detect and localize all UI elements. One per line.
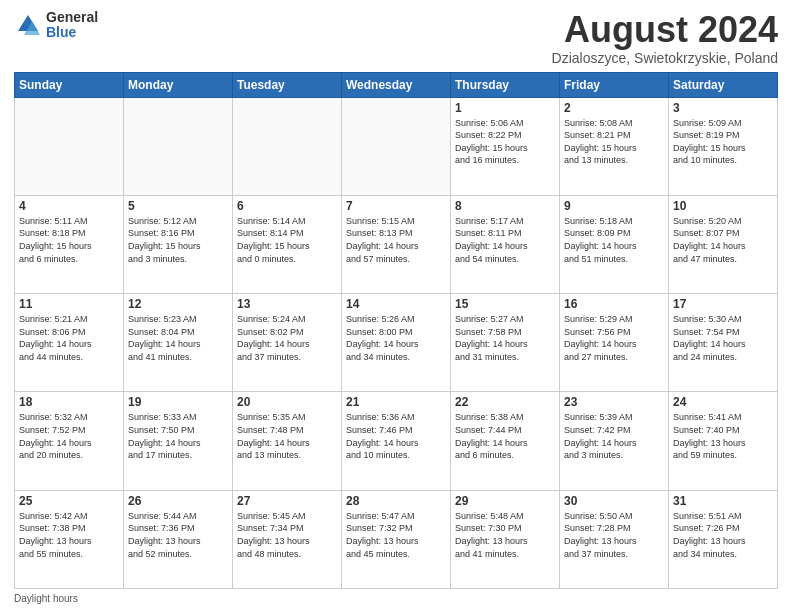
calendar-cell-w5-d1: 25Sunrise: 5:42 AM Sunset: 7:38 PM Dayli… xyxy=(15,490,124,588)
day-number-8: 8 xyxy=(455,199,555,213)
col-friday: Friday xyxy=(560,72,669,97)
logo-blue-text: Blue xyxy=(46,25,98,40)
calendar-cell-w3-d3: 13Sunrise: 5:24 AM Sunset: 8:02 PM Dayli… xyxy=(233,294,342,392)
calendar-cell-w2-d3: 6Sunrise: 5:14 AM Sunset: 8:14 PM Daylig… xyxy=(233,195,342,293)
calendar-cell-w5-d2: 26Sunrise: 5:44 AM Sunset: 7:36 PM Dayli… xyxy=(124,490,233,588)
day-info-13: Sunrise: 5:24 AM Sunset: 8:02 PM Dayligh… xyxy=(237,313,337,363)
day-number-5: 5 xyxy=(128,199,228,213)
day-number-18: 18 xyxy=(19,395,119,409)
calendar-cell-w1-d1 xyxy=(15,97,124,195)
location-title: Dzialoszyce, Swietokrzyskie, Poland xyxy=(552,50,778,66)
day-info-25: Sunrise: 5:42 AM Sunset: 7:38 PM Dayligh… xyxy=(19,510,119,560)
month-title: August 2024 xyxy=(552,10,778,50)
day-info-8: Sunrise: 5:17 AM Sunset: 8:11 PM Dayligh… xyxy=(455,215,555,265)
calendar-cell-w3-d6: 16Sunrise: 5:29 AM Sunset: 7:56 PM Dayli… xyxy=(560,294,669,392)
day-info-29: Sunrise: 5:48 AM Sunset: 7:30 PM Dayligh… xyxy=(455,510,555,560)
calendar-cell-w2-d6: 9Sunrise: 5:18 AM Sunset: 8:09 PM Daylig… xyxy=(560,195,669,293)
day-info-16: Sunrise: 5:29 AM Sunset: 7:56 PM Dayligh… xyxy=(564,313,664,363)
day-number-25: 25 xyxy=(19,494,119,508)
calendar-cell-w1-d6: 2Sunrise: 5:08 AM Sunset: 8:21 PM Daylig… xyxy=(560,97,669,195)
calendar-week-5: 25Sunrise: 5:42 AM Sunset: 7:38 PM Dayli… xyxy=(15,490,778,588)
day-info-23: Sunrise: 5:39 AM Sunset: 7:42 PM Dayligh… xyxy=(564,411,664,461)
day-info-30: Sunrise: 5:50 AM Sunset: 7:28 PM Dayligh… xyxy=(564,510,664,560)
day-number-9: 9 xyxy=(564,199,664,213)
day-number-10: 10 xyxy=(673,199,773,213)
calendar-cell-w2-d4: 7Sunrise: 5:15 AM Sunset: 8:13 PM Daylig… xyxy=(342,195,451,293)
day-info-17: Sunrise: 5:30 AM Sunset: 7:54 PM Dayligh… xyxy=(673,313,773,363)
day-number-1: 1 xyxy=(455,101,555,115)
day-number-16: 16 xyxy=(564,297,664,311)
day-number-2: 2 xyxy=(564,101,664,115)
calendar-cell-w4-d6: 23Sunrise: 5:39 AM Sunset: 7:42 PM Dayli… xyxy=(560,392,669,490)
day-number-19: 19 xyxy=(128,395,228,409)
calendar-table: Sunday Monday Tuesday Wednesday Thursday… xyxy=(14,72,778,589)
col-monday: Monday xyxy=(124,72,233,97)
calendar-cell-w5-d6: 30Sunrise: 5:50 AM Sunset: 7:28 PM Dayli… xyxy=(560,490,669,588)
logo: General Blue xyxy=(14,10,98,41)
logo-text: General Blue xyxy=(46,10,98,41)
day-info-15: Sunrise: 5:27 AM Sunset: 7:58 PM Dayligh… xyxy=(455,313,555,363)
day-info-21: Sunrise: 5:36 AM Sunset: 7:46 PM Dayligh… xyxy=(346,411,446,461)
day-info-22: Sunrise: 5:38 AM Sunset: 7:44 PM Dayligh… xyxy=(455,411,555,461)
calendar-cell-w1-d4 xyxy=(342,97,451,195)
day-info-19: Sunrise: 5:33 AM Sunset: 7:50 PM Dayligh… xyxy=(128,411,228,461)
calendar-cell-w2-d7: 10Sunrise: 5:20 AM Sunset: 8:07 PM Dayli… xyxy=(669,195,778,293)
calendar-cell-w5-d4: 28Sunrise: 5:47 AM Sunset: 7:32 PM Dayli… xyxy=(342,490,451,588)
day-info-14: Sunrise: 5:26 AM Sunset: 8:00 PM Dayligh… xyxy=(346,313,446,363)
calendar-cell-w4-d1: 18Sunrise: 5:32 AM Sunset: 7:52 PM Dayli… xyxy=(15,392,124,490)
day-info-20: Sunrise: 5:35 AM Sunset: 7:48 PM Dayligh… xyxy=(237,411,337,461)
calendar-cell-w3-d7: 17Sunrise: 5:30 AM Sunset: 7:54 PM Dayli… xyxy=(669,294,778,392)
day-info-3: Sunrise: 5:09 AM Sunset: 8:19 PM Dayligh… xyxy=(673,117,773,167)
day-info-5: Sunrise: 5:12 AM Sunset: 8:16 PM Dayligh… xyxy=(128,215,228,265)
day-info-2: Sunrise: 5:08 AM Sunset: 8:21 PM Dayligh… xyxy=(564,117,664,167)
calendar-header-row: Sunday Monday Tuesday Wednesday Thursday… xyxy=(15,72,778,97)
day-number-15: 15 xyxy=(455,297,555,311)
day-info-10: Sunrise: 5:20 AM Sunset: 8:07 PM Dayligh… xyxy=(673,215,773,265)
calendar-cell-w4-d4: 21Sunrise: 5:36 AM Sunset: 7:46 PM Dayli… xyxy=(342,392,451,490)
day-number-20: 20 xyxy=(237,395,337,409)
day-number-6: 6 xyxy=(237,199,337,213)
calendar-cell-w3-d2: 12Sunrise: 5:23 AM Sunset: 8:04 PM Dayli… xyxy=(124,294,233,392)
calendar-week-1: 1Sunrise: 5:06 AM Sunset: 8:22 PM Daylig… xyxy=(15,97,778,195)
day-info-4: Sunrise: 5:11 AM Sunset: 8:18 PM Dayligh… xyxy=(19,215,119,265)
day-number-27: 27 xyxy=(237,494,337,508)
title-section: August 2024 Dzialoszyce, Swietokrzyskie,… xyxy=(552,10,778,66)
footer-note: Daylight hours xyxy=(14,593,778,604)
calendar-cell-w1-d7: 3Sunrise: 5:09 AM Sunset: 8:19 PM Daylig… xyxy=(669,97,778,195)
calendar-cell-w1-d3 xyxy=(233,97,342,195)
day-info-11: Sunrise: 5:21 AM Sunset: 8:06 PM Dayligh… xyxy=(19,313,119,363)
day-number-24: 24 xyxy=(673,395,773,409)
calendar-cell-w4-d7: 24Sunrise: 5:41 AM Sunset: 7:40 PM Dayli… xyxy=(669,392,778,490)
calendar-cell-w3-d4: 14Sunrise: 5:26 AM Sunset: 8:00 PM Dayli… xyxy=(342,294,451,392)
day-number-30: 30 xyxy=(564,494,664,508)
col-sunday: Sunday xyxy=(15,72,124,97)
calendar-week-3: 11Sunrise: 5:21 AM Sunset: 8:06 PM Dayli… xyxy=(15,294,778,392)
day-info-18: Sunrise: 5:32 AM Sunset: 7:52 PM Dayligh… xyxy=(19,411,119,461)
logo-general-text: General xyxy=(46,10,98,25)
calendar-cell-w3-d5: 15Sunrise: 5:27 AM Sunset: 7:58 PM Dayli… xyxy=(451,294,560,392)
logo-icon xyxy=(14,11,42,39)
col-saturday: Saturday xyxy=(669,72,778,97)
day-number-7: 7 xyxy=(346,199,446,213)
calendar-cell-w1-d2 xyxy=(124,97,233,195)
day-number-31: 31 xyxy=(673,494,773,508)
calendar-cell-w2-d2: 5Sunrise: 5:12 AM Sunset: 8:16 PM Daylig… xyxy=(124,195,233,293)
day-info-6: Sunrise: 5:14 AM Sunset: 8:14 PM Dayligh… xyxy=(237,215,337,265)
calendar-cell-w5-d7: 31Sunrise: 5:51 AM Sunset: 7:26 PM Dayli… xyxy=(669,490,778,588)
calendar-week-4: 18Sunrise: 5:32 AM Sunset: 7:52 PM Dayli… xyxy=(15,392,778,490)
day-info-27: Sunrise: 5:45 AM Sunset: 7:34 PM Dayligh… xyxy=(237,510,337,560)
day-info-12: Sunrise: 5:23 AM Sunset: 8:04 PM Dayligh… xyxy=(128,313,228,363)
calendar-cell-w1-d5: 1Sunrise: 5:06 AM Sunset: 8:22 PM Daylig… xyxy=(451,97,560,195)
day-info-7: Sunrise: 5:15 AM Sunset: 8:13 PM Dayligh… xyxy=(346,215,446,265)
day-info-28: Sunrise: 5:47 AM Sunset: 7:32 PM Dayligh… xyxy=(346,510,446,560)
day-info-9: Sunrise: 5:18 AM Sunset: 8:09 PM Dayligh… xyxy=(564,215,664,265)
page: General Blue August 2024 Dzialoszyce, Sw… xyxy=(0,0,792,612)
day-number-21: 21 xyxy=(346,395,446,409)
day-number-4: 4 xyxy=(19,199,119,213)
day-number-26: 26 xyxy=(128,494,228,508)
calendar-cell-w2-d1: 4Sunrise: 5:11 AM Sunset: 8:18 PM Daylig… xyxy=(15,195,124,293)
day-number-3: 3 xyxy=(673,101,773,115)
day-number-13: 13 xyxy=(237,297,337,311)
day-number-28: 28 xyxy=(346,494,446,508)
calendar-cell-w2-d5: 8Sunrise: 5:17 AM Sunset: 8:11 PM Daylig… xyxy=(451,195,560,293)
